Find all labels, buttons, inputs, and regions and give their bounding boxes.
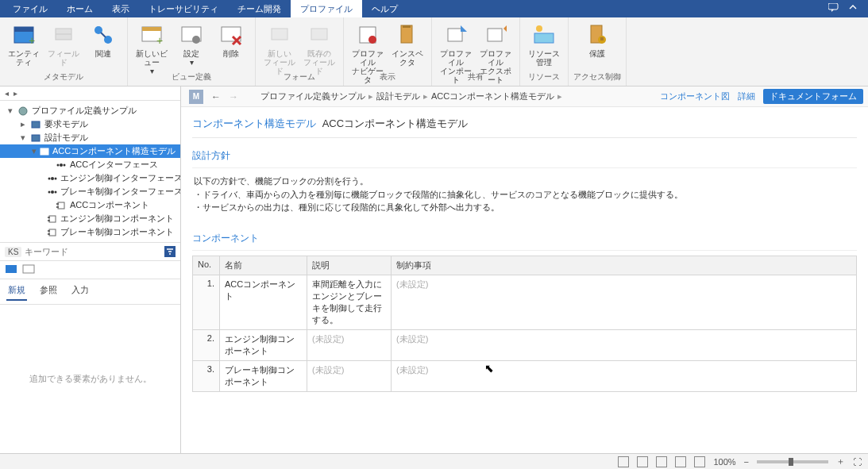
menu-traceability[interactable]: トレーサビリティ [139,0,228,17]
model-badge: M [189,90,203,104]
tree-item[interactable]: ブレーキ制御インターフェース [0,185,180,198]
ribbon-relation-button[interactable]: 関連 [84,21,122,60]
menu-team[interactable]: チーム開発 [228,0,291,17]
if-icon [48,186,57,198]
chevron-down-icon[interactable]: ▾ [32,146,37,156]
svg-point-41 [48,190,51,193]
menu-profile[interactable]: プロファイル [291,0,362,17]
lower-tab-reference[interactable]: 参照 [38,283,59,301]
lower-icon-tab-2[interactable] [22,264,37,275]
tree-item-label: ブレーキ制御コンポーネント [60,226,174,238]
sidebar: ◂ ▸ ▾プロファイル定義サンプル▸要求モデル▾設計モデル▾ACCコンポーネント… [0,86,181,453]
entity-type-label: コンポーネント構造モデル [192,117,316,129]
titlebar-speech-icon[interactable] [828,3,839,14]
menu-help[interactable]: ヘルプ [362,0,407,17]
table-row[interactable]: 2.エンジン制御コンポーネント(未設定)(未設定) [193,329,857,360]
svg-point-36 [64,163,66,166]
lower-tab-new[interactable]: 新規 [6,283,27,301]
breadcrumb-2[interactable]: 設計モデル [376,90,420,102]
tree-item[interactable]: ACCコンポーネント [0,198,180,212]
tree-item[interactable]: ACCインターフェース [0,158,180,171]
ribbon-newview-button[interactable]: +新しいビュー▾ [133,21,171,77]
chevron-right-icon[interactable]: ▸ [19,119,27,129]
profile-tree: ▾プロファイル定義サンプル▸要求モデル▾設計モデル▾ACCコンポーネント構造モデ… [0,101,180,243]
menu-view[interactable]: 表示 [102,0,139,17]
chevron-down-icon[interactable]: ▾ [6,106,14,116]
tree-item[interactable]: エンジン制御インターフェース [0,171,180,185]
tree-item[interactable]: ▸要求モデル [0,117,180,131]
cell-no: 1. [193,275,220,329]
nav-back-icon[interactable]: ← [211,91,221,102]
svg-point-40 [51,190,54,194]
titlebar-chevron-up-icon[interactable] [849,3,857,14]
status-icon-2[interactable] [637,456,648,467]
th-constraint: 制約事項 [392,256,857,275]
cell-name: ブレーキ制御コンポーネント [220,360,307,391]
newview-icon: + [139,22,164,48]
status-icon-1[interactable] [618,456,629,467]
cell-constraint: (未設定) [392,329,857,360]
tree-item-label: ブレーキ制御インターフェース [60,186,180,198]
tree-item-label: 設計モデル [44,132,88,144]
ribbon-label: エンティティ [6,49,41,67]
filter-icon[interactable] [164,246,176,257]
ribbon-label: フィールド [46,49,81,67]
policy-intro: 以下の方針で、機能ブロックの分割を行う。 [194,175,855,188]
ribbon-resource-button[interactable]: リソース管理 [525,21,563,68]
svg-rect-45 [56,206,59,208]
svg-rect-21 [401,25,412,43]
document-form-button[interactable]: ドキュメントフォーム [763,89,863,104]
settings-icon [179,22,204,48]
ribbon-group-リソース: リソース管理リソース [520,17,569,86]
tree-item[interactable]: エンジン制御コンポーネント [0,212,180,225]
tree-item[interactable]: ▾プロファイル定義サンプル [0,104,180,117]
svg-rect-23 [448,29,462,41]
menu-home[interactable]: ホーム [57,0,102,17]
ribbon-settings-button[interactable]: 設定▾ [172,21,210,68]
breadcrumb-1[interactable]: プロファイル定義サンプル [260,90,365,102]
ribbon-entity-button[interactable]: +エンティティ [5,21,43,68]
components-table: No. 名前 説明 制約事項 1.ACCコンポーネント車間距離を入力にエンジンと… [192,256,857,392]
tree-item[interactable]: ブレーキ制御コンポーネント [0,225,180,239]
table-row[interactable]: 3.ブレーキ制御コンポーネント(未設定)(未設定) [193,360,857,391]
svg-point-34 [60,163,63,167]
tree-item[interactable]: ▾ACCコンポーネント構造モデル [0,144,180,158]
ribbon-label: リソース管理 [527,49,561,67]
keyword-input[interactable] [25,247,161,256]
menu-file[interactable]: ファイル [3,0,57,17]
import-icon [443,22,469,48]
link-component-diagram[interactable]: コンポーネント図 [660,90,730,102]
zoom-in-button[interactable]: ＋ [836,456,845,467]
breadcrumb-3[interactable]: ACCコンポーネント構造モデル [431,90,554,102]
ribbon-label: インスペクタ [390,49,425,67]
cell-desc: (未設定) [307,329,392,360]
ribbon: +エンティティフィールド関連メタモデル+新しいビュー▾設定▾削除ビュー定義新しい… [0,17,868,86]
side-tab-left[interactable]: ◂ [5,89,9,98]
zoom-out-button[interactable]: − [744,457,749,467]
if-icon [56,160,67,171]
cell-constraint: (未設定) [392,275,857,329]
lower-icon-tab-1[interactable] [5,264,19,275]
status-fit-icon[interactable]: ⛶ [853,457,862,467]
resource-icon [531,22,557,48]
ribbon-protect-button[interactable]: 保護 [578,21,616,60]
protect-icon [584,22,610,48]
table-row[interactable]: 1.ACCコンポーネント車間距離を入力にエンジンとブレーキを制御して走行する。(… [193,275,857,329]
link-detail[interactable]: 詳細 [738,90,755,102]
block-icon [40,146,49,157]
status-icon-4[interactable] [675,456,686,467]
zoom-slider[interactable] [757,460,828,463]
ribbon-group-title: メタモデル [44,70,83,85]
svg-rect-43 [58,202,64,209]
ribbon-delete-button[interactable]: 削除 [212,21,250,60]
cell-no: 3. [193,360,220,391]
status-icon-3[interactable] [656,456,667,467]
status-icon-5[interactable] [694,456,705,467]
tree-item[interactable]: ▾設計モデル [0,131,180,144]
nav-forward-icon[interactable]: → [229,91,238,102]
lower-tab-input[interactable]: 入力 [70,283,91,301]
th-desc: 説明 [307,256,392,275]
side-tab-right[interactable]: ▸ [14,89,17,98]
chevron-down-icon[interactable]: ▾ [19,133,27,143]
ribbon-inspector-button[interactable]: インスペクタ [388,21,426,68]
